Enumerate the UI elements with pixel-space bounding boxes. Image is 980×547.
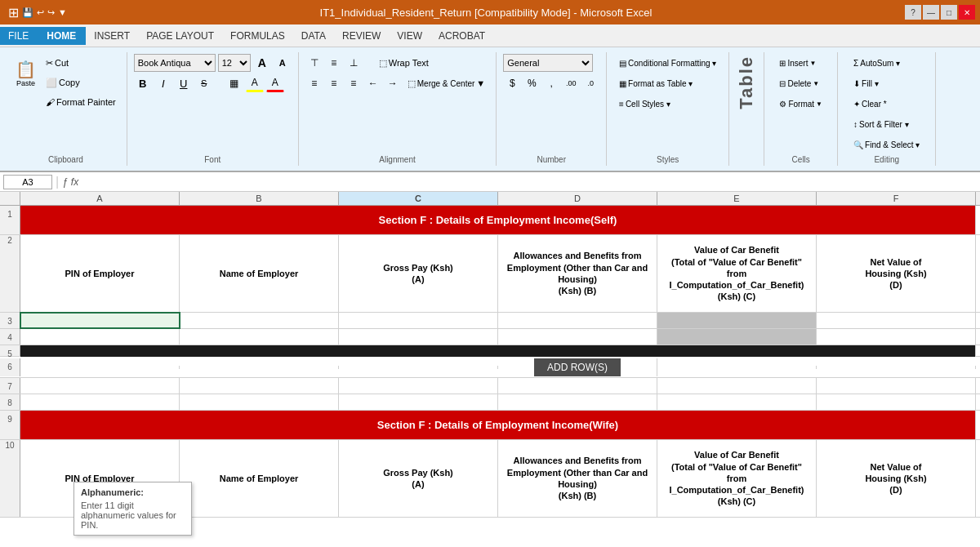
cell-F8[interactable]: [817, 394, 976, 410]
comma-button[interactable]: ,: [542, 74, 560, 92]
cell-B7[interactable]: [180, 378, 339, 394]
font-size-select[interactable]: 12: [218, 54, 251, 72]
minimize-button[interactable]: —: [923, 5, 939, 20]
menu-review[interactable]: REVIEW: [334, 27, 389, 45]
fill-button[interactable]: ⬇ Fill ▾: [849, 74, 883, 92]
insert-button[interactable]: ⊞ Insert ▼: [775, 54, 820, 72]
find-select-button[interactable]: 🔍 Find & Select ▾: [849, 136, 924, 153]
number-format-select[interactable]: General: [503, 54, 593, 72]
col-allowances-wife[interactable]: Allowances and Benefits from Employment …: [498, 440, 657, 517]
copy-button[interactable]: ⬜ Copy: [42, 73, 120, 91]
cell-E3[interactable]: [657, 313, 817, 328]
cell-C4[interactable]: [339, 329, 498, 345]
col-name-employer-self[interactable]: Name of Employer: [180, 235, 339, 312]
cell-E7[interactable]: [657, 378, 817, 394]
col-housing-wife[interactable]: Net Value ofHousing (Ksh)(D): [817, 440, 976, 517]
close-button[interactable]: ✕: [959, 5, 975, 20]
col-header-E[interactable]: E: [657, 192, 817, 205]
col-housing-self[interactable]: Net Value ofHousing (Ksh)(D): [817, 235, 976, 312]
decrease-font-button[interactable]: A: [274, 54, 292, 72]
col-pin-employer-self[interactable]: PIN of Employer: [20, 235, 180, 312]
menu-page-layout[interactable]: PAGE LAYOUT: [138, 27, 222, 45]
cell-D4[interactable]: [498, 329, 657, 345]
font-name-select[interactable]: Book Antiqua: [134, 54, 216, 72]
merge-center-button[interactable]: ⬚ Merge & Center ▼: [403, 76, 489, 91]
cut-button[interactable]: ✂ Cut: [42, 54, 120, 72]
italic-button[interactable]: I: [154, 74, 172, 92]
col-gross-pay-self[interactable]: Gross Pay (Ksh)(A): [339, 235, 498, 312]
cell-C7[interactable]: [339, 378, 498, 394]
increase-decimal-button[interactable]: .00: [562, 74, 580, 92]
cell-F4[interactable]: [817, 329, 976, 345]
align-left-button[interactable]: ≡: [305, 74, 323, 92]
format-cells-button[interactable]: ⚙ Format ▼: [775, 95, 826, 113]
cell-A8[interactable]: [20, 394, 180, 410]
col-header-A[interactable]: A: [20, 192, 180, 205]
align-center-button[interactable]: ≡: [325, 74, 343, 92]
bold-button[interactable]: B: [134, 74, 152, 92]
col-car-benefit-self[interactable]: Value of Car Benefit(Total of "Value of …: [657, 235, 817, 312]
col-allowances-self[interactable]: Allowances and Benefits from Employment …: [498, 235, 657, 312]
cell-F3[interactable]: [817, 313, 976, 328]
cell-A4[interactable]: [20, 329, 180, 345]
cell-B4[interactable]: [180, 329, 339, 345]
indent-decrease-button[interactable]: ←: [364, 74, 382, 92]
col-gross-pay-wife[interactable]: Gross Pay (Ksh)(A): [339, 440, 498, 517]
decrease-decimal-button[interactable]: .0: [581, 74, 599, 92]
menu-view[interactable]: VIEW: [389, 27, 430, 45]
add-rows-button[interactable]: ADD ROW(S): [534, 358, 621, 376]
cell-D8[interactable]: [498, 394, 657, 410]
col-car-benefit-wife[interactable]: Value of Car Benefit(Total of "Value of …: [657, 440, 817, 517]
col-header-F[interactable]: F: [817, 192, 976, 205]
cell-D3[interactable]: [498, 313, 657, 328]
underline-button[interactable]: U: [175, 74, 193, 92]
currency-button[interactable]: $: [503, 74, 521, 92]
align-top-button[interactable]: ⊤: [305, 54, 323, 72]
menu-data[interactable]: DATA: [293, 27, 334, 45]
menu-insert[interactable]: INSERT: [86, 27, 138, 45]
wrap-text-button[interactable]: ⬚ Wrap Text: [373, 56, 434, 71]
format-painter-button[interactable]: 🖌 Format Painter: [42, 93, 120, 111]
col-header-D[interactable]: D: [498, 192, 657, 205]
col-name-employer-wife[interactable]: Name of Employer: [180, 440, 339, 517]
cell-E8[interactable]: [657, 394, 817, 410]
cell-A3[interactable]: [20, 313, 180, 328]
align-right-button[interactable]: ≡: [345, 74, 363, 92]
formula-input[interactable]: [85, 176, 977, 189]
borders-button[interactable]: ▦: [225, 74, 243, 92]
cell-reference-box[interactable]: A3: [3, 175, 52, 189]
cell-B8[interactable]: [180, 394, 339, 410]
clear-star-button[interactable]: ✦ Clear *: [849, 95, 891, 113]
col-header-B[interactable]: B: [180, 192, 339, 205]
spreadsheet[interactable]: A B C D E F 1 Section F : Details of Emp…: [0, 192, 980, 547]
cell-B3[interactable]: [180, 313, 339, 328]
help-button[interactable]: ?: [905, 5, 921, 20]
maximize-button[interactable]: □: [941, 5, 957, 20]
menu-formulas[interactable]: FORMULAS: [222, 27, 293, 45]
autosum-button[interactable]: Σ AutoSum ▾: [849, 54, 904, 72]
cell-E4[interactable]: [657, 329, 817, 345]
menu-acrobat[interactable]: ACROBAT: [430, 27, 493, 45]
increase-font-button[interactable]: A: [253, 54, 271, 72]
cell-C3[interactable]: [339, 313, 498, 328]
cell-F7[interactable]: [817, 378, 976, 394]
delete-cells-button[interactable]: ⊟ Delete ▼: [775, 74, 823, 92]
fill-color-button[interactable]: A: [246, 74, 264, 92]
conditional-formatting-button[interactable]: ▤ Conditional Formatting ▾: [615, 54, 720, 72]
percent-button[interactable]: %: [523, 74, 541, 92]
format-table-button[interactable]: ▦ Format as Table ▾: [615, 74, 720, 92]
paste-button[interactable]: 📋 Paste: [11, 54, 40, 95]
strikethrough-button[interactable]: S: [195, 74, 213, 92]
indent-increase-button[interactable]: →: [384, 74, 402, 92]
cell-A7[interactable]: [20, 378, 180, 394]
align-middle-button[interactable]: ≡: [325, 54, 343, 72]
cell-C8[interactable]: [339, 394, 498, 410]
sort-filter-button[interactable]: ↕ Sort & Filter ▾: [849, 115, 913, 133]
cell-styles-button[interactable]: ≡ Cell Styles ▾: [615, 95, 720, 113]
font-color-button[interactable]: A: [266, 74, 284, 92]
cell-D7[interactable]: [498, 378, 657, 394]
function-button[interactable]: ƒ: [62, 176, 68, 188]
align-bottom-button[interactable]: ⊥: [345, 54, 363, 72]
menu-home[interactable]: HOME: [37, 27, 86, 45]
col-header-C[interactable]: C: [339, 192, 498, 205]
